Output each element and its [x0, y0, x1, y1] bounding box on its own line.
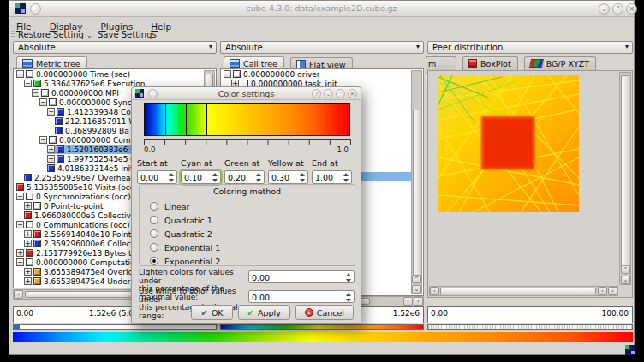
spinner-buttons-icon[interactable] — [299, 173, 306, 182]
metric-color-box-icon — [55, 127, 63, 134]
radio-exponential-1[interactable]: Exponential 1 — [150, 240, 351, 254]
dialog-close-button[interactable]: ✕ — [348, 89, 357, 98]
expand-icon[interactable]: + — [24, 240, 32, 247]
collapse-icon[interactable]: − — [16, 193, 24, 200]
topology-view[interactable]: ⌃ ⌄ ‹ ‹ › — [427, 70, 633, 298]
scroll-right-icon[interactable]: › — [414, 297, 423, 306]
radio-button-icon — [150, 216, 158, 224]
system-mode-selector[interactable]: Peer distribution ▾ — [427, 41, 633, 54]
close-button[interactable]: ✕ — [626, 3, 637, 15]
green-at-input[interactable]: 0.20 — [224, 170, 265, 184]
call-mode-selector[interactable]: Absolute ▾ — [220, 41, 424, 54]
spinner-buttons-icon[interactable] — [345, 293, 352, 302]
scroll-left-icon[interactable]: ‹ — [598, 287, 607, 295]
tree-item[interactable]: −0.000000000 Time (sec) — [14, 69, 216, 79]
dialog-titlebar[interactable]: Color settings ? ⌄ ⌃ ✕ — [132, 87, 361, 100]
tree-item-label: 1.997552545e5 Co — [67, 155, 140, 163]
scroll-left-icon[interactable]: ‹ — [14, 290, 23, 299]
field-label: Cyan at — [181, 158, 221, 168]
expand-icon[interactable]: + — [47, 145, 55, 153]
end-at-input[interactable]: 1.00 — [312, 170, 352, 184]
topology-heatmap[interactable] — [438, 75, 579, 212]
collapse-icon[interactable]: − — [39, 98, 47, 106]
dialog-maximize-button[interactable]: ⌃ — [336, 89, 345, 98]
tab-boxplot[interactable]: BoxPlot — [462, 56, 518, 70]
restore-setting-button[interactable]: Restore Setting — [18, 30, 84, 39]
color-legend-bar — [13, 332, 633, 342]
tree-item[interactable]: −0.000000000 driver — [221, 69, 423, 79]
minimize-button[interactable]: ⌄ — [599, 3, 610, 15]
radio-linear[interactable]: Linear — [150, 199, 351, 213]
expand-icon[interactable]: + — [47, 155, 55, 163]
dialog-minimize-button[interactable]: ⌄ — [324, 89, 333, 98]
expand-icon[interactable]: + — [16, 249, 24, 257]
radio-exponential-2[interactable]: Exponential 2 — [150, 254, 351, 268]
collapse-icon[interactable]: − — [16, 258, 24, 266]
lighten-percent-input[interactable]: 0.00 — [248, 270, 355, 283]
call-tree-vscrollbar[interactable]: ⌃ ⌄ — [411, 70, 422, 294]
spinner-buttons-icon[interactable] — [168, 173, 175, 182]
scrollbar-thumb[interactable] — [621, 75, 629, 270]
save-settings-button[interactable]: Save Settings — [98, 30, 157, 39]
collapse-icon[interactable]: − — [16, 70, 24, 78]
scroll-left-icon[interactable]: ‹ — [430, 287, 439, 295]
expand-icon[interactable]: + — [24, 230, 32, 238]
collapse-icon[interactable]: − — [47, 108, 55, 116]
tree-indent — [14, 271, 24, 272]
scroll-down-icon[interactable]: ⌄ — [621, 276, 630, 284]
color-settings-dialog[interactable]: Color settings ? ⌄ ⌃ ✕ 0.0 1.0 Start at0… — [131, 86, 361, 324]
scrollbar-thumb[interactable] — [440, 288, 596, 294]
tab-label: BG/P XYZT — [546, 59, 589, 68]
scroll-right-icon[interactable]: › — [608, 287, 617, 295]
scroll-left-icon[interactable]: ‹ — [403, 297, 413, 306]
start-at-input[interactable]: 0.00 — [137, 170, 177, 184]
expand-icon[interactable]: + — [24, 202, 32, 210]
collapse-icon[interactable]: − — [24, 80, 32, 87]
field-value: 0.30 — [271, 173, 289, 182]
white-percent-input[interactable]: 0.00 — [248, 290, 355, 303]
dialog-help-button[interactable]: ? — [312, 89, 321, 98]
radio-quadratic-2[interactable]: Quadratic 2 — [150, 227, 351, 240]
spinner-buttons-icon[interactable] — [212, 173, 218, 182]
collapse-icon[interactable]: − — [224, 70, 231, 78]
apply-button[interactable]: ✔ Apply — [238, 305, 290, 320]
spinner-buttons-icon[interactable] — [255, 173, 262, 182]
radio-button-icon — [150, 229, 158, 238]
tree-item-label: 212.116857911 W — [65, 117, 136, 126]
expand-icon[interactable]: + — [24, 277, 32, 285]
metric-mode-selector[interactable]: Absolute ▾ — [13, 41, 217, 54]
tab-bgp-xyzt[interactable]: BG/P XYZT — [524, 56, 596, 70]
spinner-buttons-icon[interactable] — [345, 273, 352, 282]
ok-button[interactable]: ✔ OK — [191, 305, 232, 320]
tree-indent — [14, 215, 24, 216]
spinner-buttons-icon[interactable] — [343, 173, 349, 182]
metric-color-box-icon — [26, 249, 33, 257]
tab-system-tree[interactable]: m tree — [426, 56, 456, 70]
topology-hscrollbar[interactable]: ‹ ‹ › — [429, 286, 618, 296]
combo-arrow-icon: ▾ — [209, 43, 212, 50]
collapse-icon[interactable]: − — [32, 89, 39, 97]
metric-color-box-icon — [26, 221, 33, 228]
tab-label: Metric tree — [36, 59, 80, 68]
scrollbar-thumb[interactable] — [413, 110, 420, 276]
cyan-at-input[interactable]: 0.10 — [181, 170, 221, 184]
radio-quadratic-1[interactable]: Quadratic 1 — [150, 213, 351, 227]
collapse-icon[interactable]: − — [16, 221, 24, 228]
topology-vscrollbar[interactable]: ⌃ ⌄ — [619, 72, 631, 285]
scroll-up-icon[interactable]: ⌃ — [621, 265, 630, 274]
toolbar-handle[interactable] — [11, 31, 15, 39]
metric-color-box-icon — [33, 202, 41, 210]
tree-item-label: 0 Synchronizations (occ) — [36, 193, 131, 201]
window-titlebar[interactable]: cube-4.3.0: data/example2D.cube.gz ⌄ ⌃ ✕ — [9, 1, 634, 17]
collapse-icon[interactable]: − — [39, 136, 47, 144]
expand-icon[interactable]: + — [24, 268, 32, 276]
field-label: Yellow at — [268, 158, 308, 168]
scroll-down-icon[interactable]: ⌄ — [412, 285, 421, 294]
restore-dropdown-chevron-icon[interactable]: ⌄ — [86, 32, 92, 39]
ok-check-icon: ✔ — [200, 308, 207, 317]
gradient-marker — [186, 104, 187, 135]
yellow-at-input[interactable]: 0.30 — [268, 170, 308, 184]
cancel-button[interactable]: ✕ Cancel — [295, 305, 354, 320]
maximize-button[interactable]: ⌃ — [612, 3, 623, 15]
scroll-up-icon[interactable]: ⌃ — [412, 275, 421, 283]
